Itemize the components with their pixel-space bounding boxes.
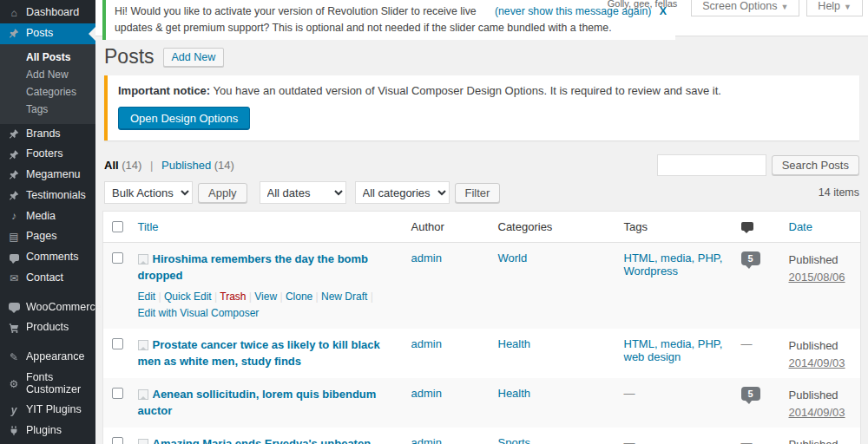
row-checkbox[interactable] bbox=[112, 338, 123, 349]
category-link[interactable]: Sports bbox=[498, 436, 531, 444]
sort-title-header[interactable]: Title bbox=[138, 220, 159, 233]
sidebar-item-pages[interactable]: ▤Pages bbox=[0, 226, 95, 247]
row-action-clone[interactable]: Clone bbox=[286, 291, 312, 303]
top-strip: Golly, gee, fellas Screen Options▼ Help▼… bbox=[95, 0, 868, 36]
category-link[interactable]: World bbox=[498, 251, 528, 264]
table-row: Amazing Maria ends Ervedya's unbeaten re… bbox=[103, 428, 861, 444]
media-icon: ♪ bbox=[8, 211, 20, 221]
comments-icon bbox=[8, 252, 20, 263]
sidebar-item-testimonials[interactable]: Testimonials bbox=[0, 186, 95, 206]
post-title-link[interactable]: Prostate cancer twice as likely to kill … bbox=[138, 338, 380, 368]
publish-status: Published bbox=[789, 337, 852, 355]
sidebar-item-plugins[interactable]: Plugins bbox=[0, 421, 95, 441]
tags-header: Tags bbox=[615, 212, 733, 243]
row-checkbox[interactable] bbox=[112, 252, 123, 264]
dates-filter-select[interactable]: All dates bbox=[260, 181, 346, 204]
howdy-text: Golly, gee, fellas bbox=[608, 0, 678, 9]
filter-button[interactable]: Filter bbox=[455, 183, 501, 203]
submenu-item-tags[interactable]: Tags bbox=[0, 101, 95, 118]
sidebar-item-label: Fonts Customizer bbox=[26, 372, 92, 396]
post-status-filters: All (14) | Published (14) bbox=[104, 159, 234, 172]
comment-count-bubble[interactable]: 5 bbox=[741, 251, 760, 265]
pin-icon bbox=[8, 149, 20, 160]
post-thumbnail-icon bbox=[138, 389, 148, 400]
author-link[interactable]: admin bbox=[411, 251, 442, 264]
publish-status: Published bbox=[789, 251, 852, 269]
sidebar-item-megamenu[interactable]: Megamenu bbox=[0, 165, 95, 186]
posts-table-body: Hiroshima remembers the day the bomb dro… bbox=[103, 243, 861, 444]
category-link[interactable]: Health bbox=[498, 337, 531, 350]
tags-link[interactable]: HTML, media, PHP, web design bbox=[624, 337, 723, 363]
tags-empty: — bbox=[624, 387, 635, 400]
submenu-item-add-new[interactable]: Add New bbox=[0, 66, 95, 83]
sort-date-header[interactable]: Date bbox=[789, 220, 812, 233]
filter-all[interactable]: All bbox=[104, 159, 119, 172]
search-input[interactable] bbox=[657, 154, 766, 176]
woocommerce-icon bbox=[8, 302, 20, 312]
author-link[interactable]: admin bbox=[411, 436, 442, 444]
author-link[interactable]: admin bbox=[411, 337, 442, 350]
sidebar-item-label: Footers bbox=[26, 148, 62, 160]
post-title-link[interactable]: Amazing Maria ends Ervedya's unbeaten re… bbox=[138, 437, 372, 444]
contact-icon: ✉ bbox=[8, 273, 20, 284]
sidebar-item-label: Megamenu bbox=[26, 169, 81, 181]
post-title-link[interactable]: Hiroshima remembers the day the bomb dro… bbox=[138, 252, 369, 282]
row-action-trash[interactable]: Trash bbox=[220, 291, 246, 303]
category-link[interactable]: Health bbox=[498, 387, 531, 400]
categories-header: Categories bbox=[490, 212, 615, 243]
sidebar-item-media[interactable]: ♪Media bbox=[0, 206, 95, 227]
sidebar-item-woocommerce[interactable]: WooCommerce bbox=[0, 297, 95, 318]
sidebar-item-label: YIT Plugins bbox=[26, 404, 82, 416]
sidebar-item-label: Pages bbox=[26, 231, 56, 243]
post-title-link[interactable]: Aenean sollicitudin, lorem quis bibendum… bbox=[138, 388, 377, 417]
apply-button[interactable]: Apply bbox=[198, 183, 247, 203]
appearance-icon: ✎ bbox=[8, 352, 20, 362]
sidebar-item-label: Comments bbox=[26, 251, 78, 264]
row-action-new-draft[interactable]: New Draft bbox=[321, 291, 367, 303]
row-checkbox[interactable] bbox=[112, 437, 123, 444]
tags-link[interactable]: HTML, media, PHP, Wordpress bbox=[624, 251, 723, 278]
sidebar-item-appearance[interactable]: ✎Appearance bbox=[0, 347, 95, 368]
filter-published[interactable]: Published bbox=[161, 159, 211, 172]
sidebar-item-brands[interactable]: Brands bbox=[0, 124, 95, 145]
help-button[interactable]: Help▼ bbox=[806, 0, 863, 16]
author-link[interactable]: admin bbox=[411, 387, 442, 400]
publish-date: 2014/09/03 bbox=[789, 404, 852, 421]
yit-icon: y bbox=[8, 405, 20, 415]
add-new-button[interactable]: Add New bbox=[163, 48, 225, 67]
row-action-edit[interactable]: Edit bbox=[138, 291, 156, 303]
posts-submenu: All PostsAdd NewCategoriesTags bbox=[0, 44, 95, 124]
sidebar-item-label: Plugins bbox=[26, 425, 62, 437]
categories-filter-select[interactable]: All categories bbox=[355, 181, 450, 204]
sidebar-item-label: Media bbox=[26, 211, 56, 223]
sidebar-item-contact[interactable]: ✉Contact bbox=[0, 268, 95, 289]
open-design-options-button[interactable]: Open Design Options bbox=[118, 107, 250, 130]
sidebar-item-footers[interactable]: Footers bbox=[0, 144, 95, 165]
sidebar-item-products[interactable]: Products bbox=[0, 317, 95, 338]
items-count: 14 items bbox=[819, 186, 859, 199]
row-action-edit-with-visual-composer[interactable]: Edit with Visual Composer bbox=[138, 307, 260, 319]
posts-table: Title Author Categories Tags Date Hirosh… bbox=[102, 211, 861, 444]
row-action-quick-edit[interactable]: Quick Edit bbox=[164, 291, 212, 303]
bulk-actions-select[interactable]: Bulk Actions bbox=[104, 181, 193, 204]
comments-empty: — bbox=[741, 337, 753, 350]
screen-options-button[interactable]: Screen Options▼ bbox=[691, 0, 799, 16]
sidebar-item-posts[interactable]: Posts bbox=[0, 23, 95, 44]
select-all-checkbox[interactable] bbox=[112, 221, 123, 232]
submenu-item-all-posts[interactable]: All Posts bbox=[0, 49, 95, 66]
dashboard-icon: ⌂ bbox=[8, 8, 20, 18]
post-thumbnail-icon bbox=[138, 439, 148, 444]
submenu-item-categories[interactable]: Categories bbox=[0, 83, 95, 101]
table-row: Prostate cancer twice as likely to kill … bbox=[103, 329, 861, 378]
sidebar-item-fonts-customizer[interactable]: ⚙Fonts Customizer bbox=[0, 368, 95, 401]
search-posts-button[interactable]: Search Posts bbox=[772, 155, 859, 175]
row-checkbox[interactable] bbox=[112, 388, 123, 399]
sidebar-item-label: Products bbox=[26, 322, 69, 334]
sidebar-item-yit-plugins[interactable]: yYIT Plugins bbox=[0, 400, 95, 421]
row-action-view[interactable]: View bbox=[254, 291, 277, 303]
sidebar-item-comments[interactable]: Comments bbox=[0, 247, 95, 268]
pin-icon bbox=[8, 190, 20, 201]
comment-count-bubble[interactable]: 5 bbox=[741, 387, 760, 401]
sidebar-item-dashboard[interactable]: ⌂Dashboard bbox=[0, 3, 95, 23]
sidebar-menu: ⌂DashboardPostsAll PostsAdd NewCategorie… bbox=[0, 3, 95, 444]
